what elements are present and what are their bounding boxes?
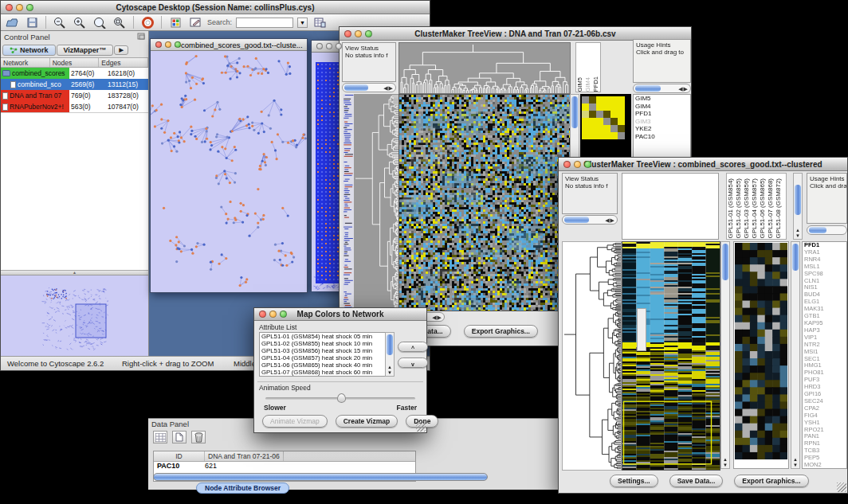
dialog-title-bar[interactable]: Map Colors to Network [254,308,426,321]
create-vizmap-button[interactable]: Create Vizmap [336,415,398,428]
map-colors-dialog: Map Colors to Network Attribute List GPL… [253,307,427,433]
tab-network[interactable]: Network [2,45,56,56]
usage-hints-panel: Usage Hints Click and drag to [633,39,691,83]
dialog-buttons: Animate Vizmap Create Vizmap Done [262,415,438,428]
column-labels: GPL51-01 (GSM854)GPL51-02 (GSM855)GPL51-… [726,173,787,240]
minimize-button[interactable] [269,311,277,318]
close-button[interactable] [316,43,323,49]
open-folder-icon[interactable] [4,16,20,29]
close-button[interactable] [259,311,266,318]
zoom-heatmap[interactable] [735,243,787,459]
close-button[interactable] [6,4,13,11]
data-panel-scrollbar[interactable] [153,473,488,481]
import-table-icon[interactable] [312,16,328,29]
minimize-button[interactable] [574,161,581,168]
zoom-detail-area[interactable] [733,241,789,469]
minimize-button[interactable] [326,43,332,49]
close-button[interactable] [563,161,571,168]
settings-button[interactable]: Settings... [610,475,658,487]
save-data-button[interactable]: Save Data... [669,475,724,487]
network-list-row[interactable]: RNAPuberNov2+! 563(0) 107847(0) [1,101,148,112]
column-attribute[interactable]: DNA and Tran 07-21-06 [205,451,284,461]
row-dendrogram[interactable] [562,241,622,471]
usage-hints-panel: Usage Hints Click and drag to [807,173,847,224]
annotation-icon[interactable] [187,16,203,29]
network-overview-panel[interactable] [1,275,148,356]
close-button[interactable] [155,41,162,48]
search-label: Search: [207,18,232,26]
tab-vizmapper[interactable]: VizMapper™ [57,45,114,56]
zoom-window-button[interactable] [584,161,591,168]
vizmapper-palette-icon[interactable] [167,16,183,29]
move-up-button[interactable]: ^ [398,342,428,352]
network-view-title-bar[interactable]: combined_scores_good.txt--cluste... [151,39,307,51]
slider-thumb[interactable] [337,393,346,403]
heatmap-vscrollbar[interactable]: ▲▼ [720,241,730,469]
zoom-fit-icon[interactable] [92,16,108,29]
treeview2-title-bar[interactable]: ClusterMaker TreeView : combined_scores_… [559,158,847,171]
network-canvas[interactable] [151,51,307,292]
zoom-selected-icon[interactable] [112,16,128,29]
attribute-list[interactable]: GPL51-01 (GSM854) heat shock 05 minGPL51… [259,332,395,377]
network-view-title: combined_scores_good.txt--cluste... [181,41,303,49]
search-dropdown-arrow[interactable]: ▼ [297,18,308,28]
main-title-bar[interactable]: Cytoscape Desktop (Session Name: collins… [1,1,430,14]
save-icon[interactable] [24,16,40,29]
global-heatmap[interactable] [622,241,720,471]
minimize-button[interactable] [355,30,362,37]
move-down-button[interactable]: v [398,357,428,368]
zoom-out-icon[interactable] [52,16,68,29]
minimize-button[interactable] [16,4,23,11]
gene-list[interactable]: PFD1YRA1RNR4MSL1SPC98CLN1NIS1BUD4ELG1MAK… [802,241,847,469]
status-hint-zoom: Right-click + drag to ZOOM [122,359,214,368]
minimize-button[interactable] [165,41,171,48]
treeview2-title: ClusterMaker TreeView : combined_scores_… [559,160,847,169]
animation-speed-slider[interactable] [265,397,415,400]
control-panel: Control Panel Network VizMapper™ ▶ Netwo… [1,31,149,356]
node-attribute-browser-tab[interactable]: Node Attribute Browser [196,483,289,494]
export-graphics-button[interactable]: Export Graphics... [734,475,808,487]
zoom-window-button[interactable] [175,41,181,48]
network-list-row[interactable]: combined_scores 2764(0) 16218(0) [1,68,148,79]
network-row-icon [10,81,16,88]
view-status-scrollbar[interactable]: ◀▶ [562,215,618,225]
animate-vizmap-button[interactable]: Animate Vizmap [262,415,328,428]
close-button[interactable] [344,30,351,37]
network-list-row[interactable]: combined_sco 2569(6) 13112(15) [1,79,148,90]
usage-hints-scrollbar[interactable] [807,225,847,235]
delete-attribute-trash-icon[interactable] [191,431,206,443]
resize-grip[interactable] [416,422,426,432]
tabs-overflow-arrow[interactable]: ▶ [114,45,128,55]
zoom-matrix[interactable] [582,96,625,139]
global-heatmap[interactable] [398,94,571,311]
attribute-list-scrollbar[interactable] [637,308,646,351]
treeview2-window: ClusterMaker TreeView : combined_scores_… [558,157,848,494]
zoom-window-button[interactable] [26,4,33,11]
new-attribute-icon[interactable] [172,431,186,443]
float-panel-icon[interactable] [137,33,145,43]
export-graphics-button[interactable]: Export Graphics... [464,325,538,338]
network-list-row[interactable]: DNA and Tran 07 769(0) 183728(0) [1,90,148,101]
detail-vscrollbar[interactable]: ▲▼ [791,241,800,469]
resize-grip[interactable] [837,483,846,492]
help-lifesaver-icon[interactable] [139,16,155,29]
usage-hints-scrollbar[interactable]: ◀▶ [633,84,691,93]
status-welcome: Welcome to Cytoscape 2.6.2 [7,359,104,368]
zoom-window-button[interactable] [280,311,287,318]
detail-column-labels: GIM5GIM4PFD1GIM3YKE2PAC10 [575,42,601,92]
attribute-table-icon[interactable] [153,431,167,443]
column-dendrogram[interactable] [398,42,571,94]
zoom-in-icon[interactable] [72,16,88,29]
zoom-window-button[interactable] [336,43,342,49]
slower-label: Slower [264,404,286,412]
control-panel-tabs: Network VizMapper™ ▶ [1,43,148,57]
column-labels-scrollbar[interactable]: ▲▼ [793,173,803,240]
zoom-window-button[interactable] [365,30,372,37]
view-status-scrollbar[interactable]: ◀▶ [342,83,396,92]
view-status-panel: View Status No status info f [562,173,618,214]
row-dendrogram[interactable] [354,94,398,310]
search-input[interactable] [236,18,293,28]
column-id[interactable]: ID [154,451,205,461]
attribute-list-scrollbar[interactable]: ▲▼ [385,332,395,377]
attribute-row[interactable]: PAC10 621 [154,462,415,471]
